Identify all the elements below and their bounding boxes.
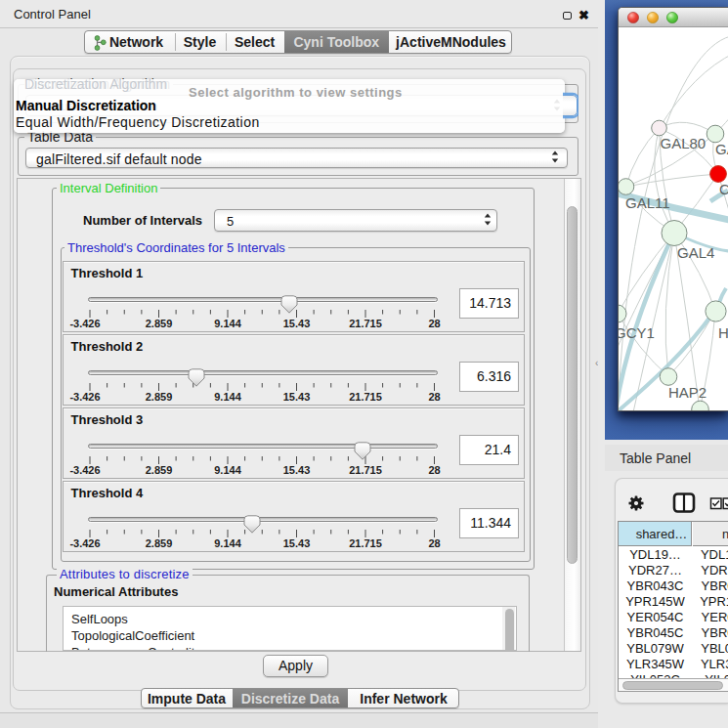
svg-text:GCY1: GCY1 <box>619 324 655 341</box>
svg-text:GA: GA <box>715 141 728 157</box>
svg-text:HAP2: HAP2 <box>668 384 707 401</box>
svg-text:GAL80: GAL80 <box>661 135 707 151</box>
svg-text:GAL11: GAL11 <box>625 194 670 211</box>
svg-text:GAL4: GAL4 <box>677 244 714 261</box>
svg-text:C: C <box>719 181 728 197</box>
svg-text:H: H <box>718 324 728 341</box>
